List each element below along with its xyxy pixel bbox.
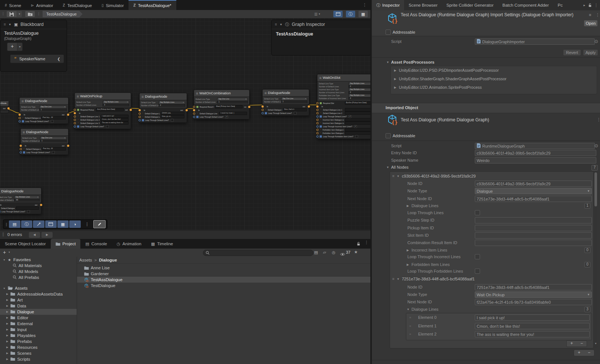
editor-tab-simulator[interactable]: ▯Simulator: [97, 0, 129, 10]
port-checkbox[interactable]: [52, 151, 55, 154]
out-port[interactable]: [67, 145, 69, 147]
port-value-field[interactable]: [345, 118, 370, 121]
port-value-field[interactable]: Psst boy...W: [42, 147, 66, 151]
breadcrumb-part[interactable]: Dialogue: [99, 258, 117, 262]
value-field[interactable]: The ass is waiting there for you!: [475, 331, 590, 337]
tree-item-all-prefabs[interactable]: All Prefabs: [0, 274, 77, 280]
row-checkbox[interactable]: [475, 210, 480, 215]
node-property-dropdown[interactable]: Say One Line▾: [281, 97, 307, 100]
panel-kebab-icon[interactable]: ⋮: [364, 240, 369, 245]
node-property-field[interactable]: 1: [281, 100, 307, 103]
input-port[interactable]: [74, 122, 76, 124]
save-options-dropdown[interactable]: ▼: [17, 11, 22, 17]
node-property-field[interactable]: 1: [39, 108, 67, 111]
port-checkbox[interactable]: ✓: [354, 125, 357, 128]
add-element-button[interactable]: +: [574, 350, 584, 356]
value-field[interactable]: c93b5606-401f-49a2-99b5-9ecbf1fa9c29: [475, 181, 592, 187]
graph-edge[interactable]: [130, 108, 139, 109]
value-field[interactable]: 7251e73e-38d3-44ff-a8c5-bcf54088aaf1: [475, 196, 592, 202]
input-port[interactable]: [74, 115, 76, 118]
node-header[interactable]: ☰WaitOnPickup: [75, 93, 131, 100]
input-port[interactable]: [316, 109, 319, 111]
foldout-closed-icon[interactable]: ▶: [6, 358, 8, 361]
inspector-lock-icon[interactable]: [587, 0, 593, 10]
row-checkbox[interactable]: [475, 269, 480, 274]
open-button[interactable]: Open: [584, 20, 597, 26]
input-port[interactable]: [316, 102, 319, 104]
expand-variable-icon[interactable]: ❮: [57, 57, 60, 61]
tree-item-editor[interactable]: ▶Editor: [0, 315, 77, 321]
tree-item-external[interactable]: ▶External: [0, 321, 77, 327]
postprocessor-foldout-icon[interactable]: ▶: [394, 86, 396, 89]
header-kebab-icon[interactable]: ⋮: [596, 13, 600, 17]
input-port[interactable]: [193, 112, 195, 115]
node-property-dropdown[interactable]: Say Multiple Lines▾: [349, 82, 370, 85]
in-port[interactable]: [19, 114, 21, 116]
node-property-dropdown[interactable]: Say Multiple Lines▾: [14, 196, 40, 199]
node-header[interactable]: ☰DialogueNode: [20, 98, 68, 105]
out-port[interactable]: [248, 106, 250, 108]
node-drag-handle[interactable]: =: [392, 174, 394, 178]
graph-edge[interactable]: [249, 105, 262, 105]
foldout-closed-icon[interactable]: ▶: [6, 334, 8, 337]
add-variable-dropdown[interactable]: ▼: [17, 43, 23, 51]
node-property-field[interactable]: 2: [159, 104, 185, 107]
postprocessor-foldout-icon[interactable]: ▶: [394, 69, 396, 72]
input-port[interactable]: [316, 125, 319, 128]
blackboard-toggle-button[interactable]: ▦: [359, 11, 368, 17]
tree-item-favorites[interactable]: ▼★Favorites: [0, 257, 77, 263]
port-value-field[interactable]: [16, 206, 39, 210]
port-value-field[interactable]: Bonfire [Pickup Item Data]: [345, 101, 370, 105]
graph-inspector-toggle-button[interactable]: ⓘ: [346, 11, 355, 17]
foldout-closed-icon[interactable]: ▶: [6, 293, 8, 296]
port-checkbox[interactable]: ✓: [349, 115, 351, 118]
object-kebab-icon[interactable]: ⋮: [597, 117, 600, 122]
blackboard-variable-speakername[interactable]: “SpeakerName❮: [10, 54, 64, 63]
port-checkbox[interactable]: [51, 120, 54, 123]
foldout-icon[interactable]: ▶: [407, 204, 409, 208]
input-port[interactable]: [261, 109, 264, 111]
port-value-field[interactable]: [345, 128, 370, 131]
value-field[interactable]: DialogueGraphImporter: [475, 38, 595, 45]
graph-node-dialoguenode-0[interactable]: ☰DialogueNodeDefault Line TypeSay One Li…: [19, 97, 69, 124]
port-checkbox[interactable]: [171, 119, 174, 122]
port-value-field[interactable]: Cmon, don't be like this!: [101, 118, 129, 121]
asset-item-anne-lise[interactable]: Anne Lise: [77, 265, 370, 271]
in-port[interactable]: [261, 105, 264, 108]
graph-node-waitoncombination-4[interactable]: ☰WaitOnCombinationDefault Line TypeSay O…: [194, 90, 250, 119]
editor-tab-scene[interactable]: #Scene: [0, 0, 26, 10]
node-property-field[interactable]: -55: [14, 199, 40, 202]
next-error-button[interactable]: ▶: [41, 232, 53, 238]
window-kebab-icon[interactable]: ⋮: [359, 0, 370, 10]
bottom-tab-project[interactable]: Project: [51, 239, 81, 249]
editor-tab-animator[interactable]: ⊳Animator: [26, 0, 58, 10]
input-port[interactable]: [316, 135, 319, 138]
element-drag-handle[interactable]: =: [409, 324, 411, 328]
save-graph-button[interactable]: [7, 11, 17, 17]
add-variable-button[interactable]: +: [7, 43, 17, 51]
tree-item-assets-root[interactable]: ▼Assets: [0, 285, 77, 291]
node-port-row[interactable]: out: [0, 106, 9, 111]
input-port[interactable]: [139, 119, 141, 121]
input-port[interactable]: [316, 132, 319, 134]
node-drag-handle[interactable]: =: [392, 277, 394, 281]
foldout-closed-icon[interactable]: ▶: [6, 299, 8, 301]
search-input[interactable]: [203, 250, 313, 256]
port-value-field[interactable]: [345, 108, 370, 111]
value-field[interactable]: Weirdo: [475, 157, 596, 164]
input-port[interactable]: [74, 125, 76, 128]
all-nodes-foldout-icon[interactable]: ▼: [386, 166, 389, 169]
bottom-tab-animation[interactable]: ◷Animation: [112, 239, 146, 249]
element-drag-handle[interactable]: =: [409, 332, 411, 336]
apply-button[interactable]: Apply: [583, 49, 598, 56]
port-value-field[interactable]: [345, 131, 370, 135]
in-port[interactable]: [20, 145, 22, 147]
asset-postprocessors-foldout-icon[interactable]: ▼: [386, 61, 389, 64]
tree-item-resources[interactable]: ▶Resources: [0, 344, 77, 350]
blackboard-panel[interactable]: = ▼ ▣ Blackboard TestAssDialogue (Dialog…: [0, 20, 67, 72]
input-port[interactable]: [261, 112, 264, 114]
graph-tool-layout-icon[interactable]: ▦: [57, 220, 69, 228]
port-value-field[interactable]: [345, 111, 370, 115]
remove-element-button[interactable]: −: [584, 350, 594, 356]
port-value-field[interactable]: Ohhhh yea,: [161, 112, 184, 115]
